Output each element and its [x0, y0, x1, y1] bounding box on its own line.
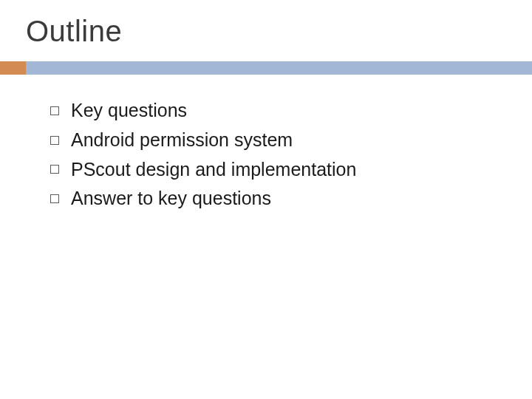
bullet-text: Android permission system	[71, 128, 293, 153]
list-item: Key questions	[50, 98, 532, 123]
list-item: Android permission system	[50, 128, 532, 153]
bullet-text: Answer to key questions	[71, 186, 271, 211]
square-bullet-icon	[50, 136, 59, 145]
title-divider	[0, 61, 532, 75]
divider-accent	[0, 61, 26, 75]
slide-title: Outline	[0, 0, 532, 48]
bullet-text: Key questions	[71, 98, 187, 123]
bullet-list: Key questions Android permission system …	[0, 98, 532, 211]
list-item: Answer to key questions	[50, 186, 532, 211]
divider-main	[26, 61, 532, 75]
square-bullet-icon	[50, 165, 59, 174]
bullet-text: PScout design and implementation	[71, 157, 356, 183]
square-bullet-icon	[50, 194, 59, 203]
square-bullet-icon	[50, 106, 59, 115]
list-item: PScout design and implementation	[50, 157, 532, 183]
